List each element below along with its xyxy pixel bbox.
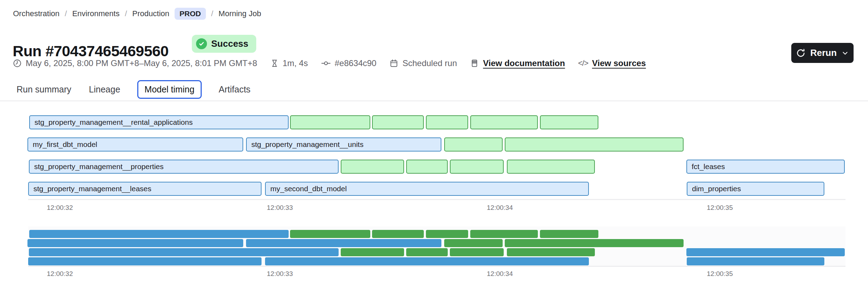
- tab-run-summary[interactable]: Run summary: [16, 81, 72, 98]
- minimap-bar[interactable]: [246, 239, 441, 247]
- minimap-bar[interactable]: [540, 230, 598, 238]
- gantt-tick-label: 12:00:34: [487, 204, 513, 212]
- gantt-bar-label: stg_property_management__units: [247, 138, 441, 150]
- gantt-bar-label: fct_leases: [687, 160, 844, 173]
- minimap-axis-line: [28, 266, 845, 267]
- gantt-bar-label: my_first_dbt_model: [28, 138, 243, 150]
- meta-commit: #e8634c90: [321, 58, 377, 68]
- clock-icon: [13, 59, 22, 68]
- gantt-bar[interactable]: stg_property_management__properties: [29, 160, 339, 174]
- gantt-bar-label: stg_property_management__leases: [29, 182, 261, 195]
- meta-schedule-text: May 6, 2025, 8:00 PM GMT+8–May 6, 2025, …: [26, 58, 257, 68]
- gantt-tick-label: 12:00:32: [47, 204, 73, 212]
- gantt-bar[interactable]: [341, 160, 404, 174]
- meta-trigger-text: Scheduled run: [402, 58, 457, 68]
- minimap-bar[interactable]: [372, 230, 424, 238]
- minimap-bar[interactable]: [686, 248, 845, 256]
- gantt-bar[interactable]: [450, 160, 504, 174]
- view-sources-link[interactable]: View sources: [592, 58, 646, 68]
- gantt-bar[interactable]: [507, 160, 595, 174]
- breadcrumb-production[interactable]: Production: [132, 9, 169, 18]
- minimap-bar[interactable]: [290, 230, 370, 238]
- minimap-bar[interactable]: [28, 257, 262, 265]
- breadcrumb-job[interactable]: Morning Job: [219, 9, 261, 18]
- gantt-axis-line: [28, 199, 845, 200]
- gantt-bar[interactable]: my_second_dbt_model: [265, 182, 589, 196]
- minimap-tick-label: 12:00:35: [707, 270, 733, 278]
- meta-schedule: May 6, 2025, 8:00 PM GMT+8–May 6, 2025, …: [13, 58, 257, 68]
- gantt-bar[interactable]: [505, 137, 684, 152]
- page-title: Run #70437465469560: [13, 43, 169, 60]
- gantt-bar[interactable]: [290, 115, 370, 129]
- gantt-bar[interactable]: [406, 160, 448, 174]
- gantt-bar[interactable]: [540, 115, 598, 129]
- gantt-bar[interactable]: [426, 115, 468, 129]
- gantt-bar[interactable]: [444, 137, 503, 152]
- minimap-bar[interactable]: [29, 230, 289, 238]
- tab-model-timing[interactable]: Model timing: [137, 80, 202, 99]
- gantt-tick-label: 12:00:35: [707, 204, 733, 212]
- minimap-bar[interactable]: [505, 239, 684, 247]
- minimap-bar[interactable]: [687, 257, 824, 265]
- minimap-tick-label: 12:00:34: [487, 270, 513, 278]
- gantt-bar-label: stg_property_management__rental_applicat…: [30, 116, 288, 128]
- breadcrumb-separator: /: [211, 9, 213, 18]
- gantt-bar[interactable]: stg_property_management__leases: [28, 182, 262, 196]
- gantt-bar[interactable]: [372, 115, 424, 129]
- breadcrumb-environments[interactable]: Environments: [72, 9, 120, 18]
- code-icon: </>: [578, 59, 588, 68]
- minimap-bar[interactable]: [341, 248, 404, 256]
- check-icon: [196, 38, 207, 49]
- document-icon: [470, 59, 479, 68]
- meta-duration: 1m, 4s: [270, 58, 308, 68]
- gantt-bar-label: my_second_dbt_model: [266, 182, 588, 195]
- meta-trigger: Scheduled run: [389, 58, 457, 68]
- gantt-bar-label: stg_property_management__properties: [30, 160, 338, 173]
- breadcrumb-orchestration[interactable]: Orchestration: [13, 9, 59, 18]
- minimap-tick-label: 12:00:33: [267, 270, 293, 278]
- minimap-bar[interactable]: [426, 230, 468, 238]
- minimap-bar[interactable]: [507, 248, 595, 256]
- refresh-icon: [796, 48, 806, 58]
- tab-bar: Run summary Lineage Model timing Artifac…: [0, 78, 868, 101]
- meta-sources: </> View sources: [578, 58, 646, 68]
- gantt-bar[interactable]: stg_property_management__rental_applicat…: [29, 115, 289, 129]
- chevron-down-icon: [841, 49, 849, 57]
- status-badge: Success: [192, 35, 256, 53]
- gantt-bar[interactable]: fct_leases: [686, 160, 845, 174]
- minimap-bar[interactable]: [406, 248, 448, 256]
- minimap-bar[interactable]: [470, 230, 538, 238]
- minimap-tick-label: 12:00:32: [47, 270, 73, 278]
- status-badge-label: Success: [211, 38, 249, 49]
- gantt-bar-label: dim_properties: [687, 182, 824, 195]
- commit-icon: [321, 58, 331, 68]
- minimap-bar[interactable]: [265, 257, 589, 265]
- view-documentation-link[interactable]: View documentation: [483, 58, 565, 68]
- gantt-tick-label: 12:00:33: [267, 204, 293, 212]
- environment-badge: PROD: [175, 8, 206, 20]
- meta-duration-text: 1m, 4s: [283, 58, 308, 68]
- meta-docs: View documentation: [470, 58, 565, 68]
- hourglass-icon: [270, 59, 279, 67]
- meta-commit-text: #e8634c90: [335, 58, 377, 68]
- breadcrumb-separator: /: [125, 9, 127, 18]
- minimap-bar[interactable]: [444, 239, 503, 247]
- gantt-bar[interactable]: stg_property_management__units: [246, 137, 441, 152]
- gantt-bar[interactable]: [470, 115, 538, 129]
- breadcrumb-separator: /: [65, 9, 67, 18]
- minimap-bar[interactable]: [450, 248, 504, 256]
- tab-lineage[interactable]: Lineage: [88, 81, 121, 98]
- calendar-icon: [389, 59, 398, 68]
- tab-artifacts[interactable]: Artifacts: [218, 81, 251, 98]
- minimap-bar[interactable]: [29, 248, 339, 256]
- gantt-bar[interactable]: my_first_dbt_model: [27, 137, 243, 152]
- breadcrumb: Orchestration / Environments / Productio…: [13, 8, 261, 20]
- rerun-button[interactable]: Rerun: [791, 43, 854, 63]
- run-metadata: May 6, 2025, 8:00 PM GMT+8–May 6, 2025, …: [13, 58, 646, 68]
- rerun-button-label: Rerun: [810, 47, 837, 58]
- minimap-bar[interactable]: [27, 239, 243, 247]
- gantt-bar[interactable]: dim_properties: [687, 182, 824, 196]
